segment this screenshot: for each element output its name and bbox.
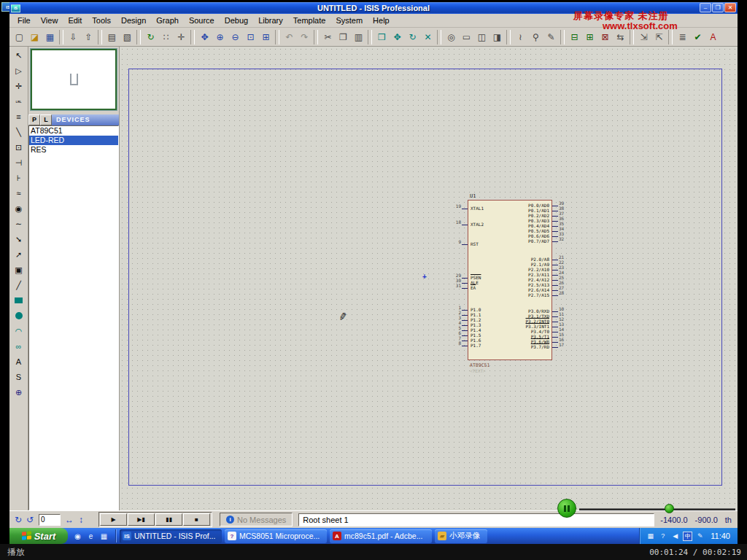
pin-EA[interactable] xyxy=(462,288,468,289)
zoom-in-icon[interactable]: ⊕ xyxy=(213,30,227,44)
pin-P0.3/AD3[interactable] xyxy=(552,221,558,222)
menu-view[interactable]: View xyxy=(36,14,63,27)
menu-system[interactable]: System xyxy=(330,14,368,27)
packaging-tool-icon[interactable]: ◫ xyxy=(475,30,489,44)
save-file-icon[interactable]: ▦ xyxy=(43,30,57,44)
pin-P3.0/RXD[interactable] xyxy=(552,311,558,312)
sheet-selector[interactable]: Root sheet 1 xyxy=(298,513,654,526)
pin-P2.1/A9[interactable] xyxy=(552,265,558,265)
junction-dot-icon[interactable]: ✛ xyxy=(12,79,26,93)
device-item-at89c51[interactable]: AT89C51 xyxy=(29,126,118,136)
device-item-res[interactable]: RES xyxy=(29,145,118,155)
2d-text-icon[interactable]: A xyxy=(12,355,26,368)
bus-mode-icon[interactable]: ╲ xyxy=(12,125,26,139)
device-item-led-red[interactable]: LED-RED xyxy=(29,136,118,145)
recorder-pause-button[interactable] xyxy=(557,499,576,518)
pin-P3.7/RD[interactable] xyxy=(552,347,558,348)
pen-tray-icon[interactable]: ✎ xyxy=(695,532,705,541)
taskbar-app-button[interactable]: ?MCS8051 Microproce... xyxy=(225,529,327,543)
pin-XTAL1[interactable] xyxy=(462,209,468,209)
pin-P3.4/T0[interactable] xyxy=(552,332,558,332)
pin-P2.3/A11[interactable] xyxy=(552,275,558,276)
schematic-canvas[interactable]: + ✎ U1 AT89C51 <TEXT> 19XTAL118XTAL29RST… xyxy=(119,47,738,510)
pin-P1.2[interactable] xyxy=(462,320,468,321)
block-rotate-icon[interactable]: ↻ xyxy=(406,30,419,44)
pin-P0.1/AD1[interactable] xyxy=(552,211,558,211)
toggle-grid-icon[interactable]: ∷ xyxy=(159,30,173,44)
2d-arc-icon[interactable]: ◠ xyxy=(12,324,26,338)
cut-icon[interactable]: ✂ xyxy=(321,30,335,44)
redo-icon[interactable]: ↷ xyxy=(298,30,311,44)
open-file-icon[interactable]: ◪ xyxy=(28,30,42,44)
pin-P1.5[interactable] xyxy=(462,335,468,336)
design-explorer-icon[interactable]: ⊟ xyxy=(568,30,581,44)
component-mode-icon[interactable]: ▷ xyxy=(12,64,26,77)
rotate-anticlockwise-button[interactable]: ↺ xyxy=(24,514,36,526)
new-file-icon[interactable]: ▢ xyxy=(12,30,26,44)
2d-path-icon[interactable]: ∞ xyxy=(12,340,26,353)
menu-library[interactable]: Library xyxy=(253,14,288,27)
menu-template[interactable]: Template xyxy=(288,14,331,27)
pin-P2.0/A8[interactable] xyxy=(552,260,558,260)
exit-to-parent-icon[interactable]: ⇱ xyxy=(652,30,666,44)
pin-P1.3[interactable] xyxy=(462,325,468,326)
pin-P2.4/A12[interactable] xyxy=(552,280,558,281)
taskbar-app-button[interactable]: ▰小邓录像 xyxy=(435,529,487,543)
pin-P2.2/A10[interactable] xyxy=(552,270,558,271)
2d-box-icon[interactable] xyxy=(12,294,26,307)
2d-circle-icon[interactable] xyxy=(12,309,26,322)
menu-help[interactable]: Help xyxy=(368,14,395,27)
paste-icon[interactable]: ▥ xyxy=(352,30,365,44)
keyboard-icon[interactable]: ▦ xyxy=(646,532,655,541)
menu-graph[interactable]: Graph xyxy=(151,14,184,27)
play-button[interactable]: ▶ xyxy=(100,513,127,526)
zoom-area-icon[interactable]: ⊞ xyxy=(259,30,273,44)
pin-P0.5/AD5[interactable] xyxy=(552,231,558,232)
pin-P2.5/A13[interactable] xyxy=(552,285,558,286)
step-button[interactable]: ▶▮ xyxy=(128,513,155,526)
bill-of-materials-icon[interactable]: ≣ xyxy=(676,30,689,44)
block-delete-icon[interactable]: ✕ xyxy=(421,30,435,44)
terminal-mode-icon[interactable]: ⊣ xyxy=(12,156,26,169)
stop-button[interactable]: ■ xyxy=(183,513,210,526)
wire-autorouter-icon[interactable]: ≀ xyxy=(514,30,527,44)
mirror-horizontal-button[interactable]: ↔ xyxy=(63,514,75,526)
show-desktop-icon[interactable]: ▦ xyxy=(98,531,109,542)
search-tag-icon[interactable]: ⚲ xyxy=(529,30,543,44)
pin-P2.7/A15[interactable] xyxy=(552,295,558,296)
block-move-icon[interactable]: ✥ xyxy=(390,30,404,44)
rotate-clockwise-button[interactable]: ↻ xyxy=(12,514,24,526)
remove-sheet-icon[interactable]: ⊠ xyxy=(598,30,612,44)
pin-P0.4/AD4[interactable] xyxy=(552,226,558,227)
pan-tool-icon[interactable]: ✥ xyxy=(198,30,212,44)
pin-P0.7/AD7[interactable] xyxy=(552,241,558,242)
rotation-angle-field[interactable] xyxy=(39,514,61,526)
property-assignment-icon[interactable]: ✎ xyxy=(544,30,558,44)
help-tray-icon[interactable]: ? xyxy=(658,532,667,541)
goto-sheet-icon[interactable]: ⇆ xyxy=(614,30,627,44)
start-button[interactable]: Start xyxy=(9,528,68,544)
menu-tools[interactable]: Tools xyxy=(87,14,116,27)
maximize-button[interactable]: ❐ xyxy=(712,3,724,12)
zoom-all-icon[interactable]: ⊡ xyxy=(244,30,258,44)
device-pin-icon[interactable]: ⊦ xyxy=(12,171,26,184)
2d-symbol-icon[interactable]: S xyxy=(12,370,26,384)
language-indicator[interactable]: 中 xyxy=(683,532,692,541)
menu-source[interactable]: Source xyxy=(184,14,220,27)
device-list[interactable]: AT89C51LED-REDRES xyxy=(28,125,119,510)
2d-line-icon[interactable]: ╱ xyxy=(12,279,26,292)
new-sheet-icon[interactable]: ⊞ xyxy=(583,30,597,44)
export-file-icon[interactable]: ⇧ xyxy=(82,30,96,44)
pin-P3.1/TXD[interactable] xyxy=(552,316,558,317)
recorder-seek-thumb[interactable] xyxy=(665,504,674,513)
pin-P0.2/AD2[interactable] xyxy=(552,216,558,217)
block-copy-icon[interactable]: ❒ xyxy=(375,30,389,44)
false-origin-icon[interactable]: ✛ xyxy=(174,30,188,44)
decompose-icon[interactable]: ◨ xyxy=(490,30,504,44)
library-button[interactable]: L xyxy=(40,114,52,125)
recorder-seek-track[interactable] xyxy=(579,508,735,510)
pin-P1.0[interactable] xyxy=(462,310,468,311)
menu-design[interactable]: Design xyxy=(116,14,151,27)
refresh-display-icon[interactable]: ↻ xyxy=(144,30,158,44)
media-player-icon[interactable]: ◉ xyxy=(72,531,83,542)
